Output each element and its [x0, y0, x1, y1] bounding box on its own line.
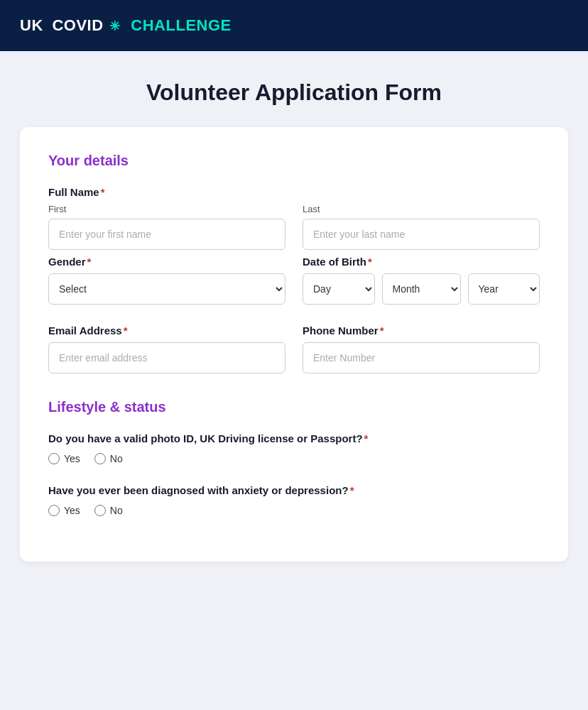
anxiety-yes-radio[interactable]: [48, 505, 60, 516]
photo-id-group: Do you have a valid photo ID, UK Driving…: [48, 432, 540, 464]
anxiety-group: Have you ever been diagnosed with anxiet…: [48, 484, 540, 516]
anxiety-yes-option[interactable]: Yes: [48, 505, 80, 516]
photo-id-yes-radio[interactable]: [48, 453, 60, 464]
full-name-group: Full Name* First Last: [48, 186, 540, 250]
logo-icon: ✳: [109, 19, 121, 33]
last-name-input[interactable]: [303, 219, 540, 250]
site-header: UK COVID ✳ CHALLENGE: [0, 0, 588, 51]
anxiety-question: Have you ever been diagnosed with anxiet…: [48, 484, 540, 496]
page-title: Volunteer Application Form: [20, 80, 568, 106]
dob-month-select[interactable]: Month JanuaryFebruaryMarch AprilMayJune …: [382, 273, 461, 305]
anxiety-no-radio[interactable]: [94, 505, 106, 516]
logo-challenge: CHALLENGE: [131, 16, 231, 34]
first-name-input[interactable]: [48, 219, 285, 250]
logo-uk: UK: [20, 16, 43, 34]
first-name-col: First: [48, 204, 285, 250]
phone-label: Phone Number*: [303, 324, 540, 337]
your-details-section-title: Your details: [48, 153, 540, 169]
photo-id-yes-option[interactable]: Yes: [48, 453, 80, 464]
gender-label: Gender*: [48, 256, 285, 268]
dob-day-select[interactable]: Day 12345 678910 1112131415 1617181920 2…: [303, 273, 375, 305]
phone-col: Phone Number*: [303, 324, 540, 373]
name-row: First Last: [48, 204, 540, 250]
email-label: Email Address*: [48, 324, 285, 337]
photo-id-no-option[interactable]: No: [94, 453, 123, 464]
first-label: First: [48, 204, 285, 214]
contact-row: Email Address* Phone Number*: [48, 324, 540, 373]
dob-label: Date of Birth*: [303, 256, 540, 268]
gender-col: Gender* Select Male Female Non-binary Pr…: [48, 256, 285, 305]
gender-select[interactable]: Select Male Female Non-binary Prefer not…: [48, 273, 285, 305]
email-input[interactable]: [48, 342, 285, 373]
lifestyle-section-title: Lifestyle & status: [48, 399, 540, 415]
photo-id-question: Do you have a valid photo ID, UK Driving…: [48, 432, 540, 444]
dob-year-select[interactable]: Year 2005200420032002 2001200019991998 1…: [468, 273, 540, 305]
anxiety-radio-group: Yes No: [48, 505, 540, 516]
phone-input[interactable]: [303, 342, 540, 373]
photo-id-radio-group: Yes No: [48, 453, 540, 464]
last-name-col: Last: [303, 204, 540, 250]
dob-col: Date of Birth* Day 12345 678910 11121314…: [303, 256, 540, 305]
full-name-label: Full Name*: [48, 186, 540, 198]
logo-covid: COVID: [52, 16, 103, 34]
anxiety-no-option[interactable]: No: [94, 505, 123, 516]
logo: UK COVID ✳ CHALLENGE: [20, 16, 232, 35]
last-label: Last: [303, 204, 540, 214]
dob-selects: Day 12345 678910 1112131415 1617181920 2…: [303, 273, 540, 305]
email-col: Email Address*: [48, 324, 285, 373]
form-card: Your details Full Name* First Last: [20, 127, 568, 562]
photo-id-no-radio[interactable]: [94, 453, 106, 464]
main-content: Volunteer Application Form Your details …: [0, 51, 588, 590]
gender-dob-row: Gender* Select Male Female Non-binary Pr…: [48, 256, 540, 305]
